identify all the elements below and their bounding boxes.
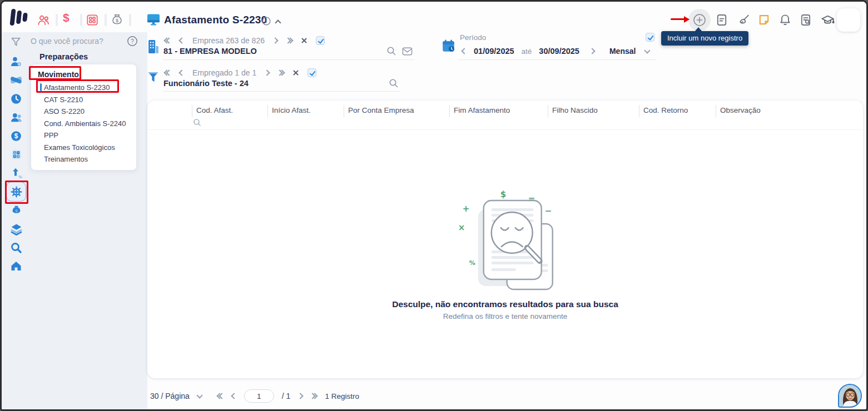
period-checkbox[interactable] (646, 33, 654, 42)
next-page-button[interactable] (297, 393, 304, 399)
next-employee-button[interactable] (264, 69, 270, 76)
rail-money-bag-icon[interactable]: $ (11, 201, 22, 220)
period-mode-select[interactable]: Mensal (609, 47, 636, 56)
broom-icon[interactable] (737, 13, 751, 29)
company-checkbox[interactable] (316, 36, 325, 45)
sidebar: ? (2, 32, 147, 411)
company-navigator: Empresa 263 de 826 (165, 36, 325, 45)
employee-checkbox[interactable] (307, 68, 316, 77)
sidebar-search-input[interactable] (31, 37, 117, 46)
topbar-separator (56, 14, 58, 26)
column-header[interactable]: Início Afast. (267, 105, 344, 117)
svg-text:%: % (18, 174, 22, 179)
svg-text:$: $ (500, 189, 506, 199)
period-until-label: até (522, 47, 532, 56)
sidebar-icon-rail: $ +− ×= % (7, 52, 26, 275)
file-text-icon[interactable] (715, 13, 728, 29)
prev-period-button[interactable] (461, 48, 467, 54)
help-icon[interactable]: ? (127, 36, 138, 49)
menu-item-ppp[interactable]: PPP (31, 129, 136, 141)
topbar (2, 2, 866, 32)
menu-item-treinamentos[interactable]: Treinamentos (31, 153, 136, 165)
svg-text:$: $ (14, 132, 18, 140)
period-end-date[interactable]: 30/09/2025 (539, 47, 579, 56)
rail-search-icon[interactable] (10, 238, 22, 257)
menu-item-exames-toxicologicos[interactable]: Exames Toxicológicos (31, 141, 136, 153)
avatar-photo (839, 385, 861, 407)
rail-user-gear-icon[interactable] (10, 52, 22, 71)
last-employee-button[interactable] (277, 71, 284, 75)
clear-employee-button[interactable] (292, 69, 299, 76)
rail-esocial-button[interactable] (6, 183, 26, 202)
rail-clock-icon[interactable] (10, 89, 22, 108)
company-name: 81 - EMPRESA MODELO (163, 47, 257, 56)
first-page-button[interactable] (217, 394, 224, 398)
app-logo[interactable] (9, 9, 28, 26)
bell-icon[interactable] (778, 13, 792, 29)
column-header[interactable]: Cod. Afast. (192, 105, 267, 117)
period-start-date[interactable]: 01/09/2025 (474, 47, 514, 56)
company-mail-icon[interactable] (402, 47, 413, 58)
rail-layers-icon[interactable] (10, 220, 23, 239)
column-header[interactable]: Filho Nascido (548, 105, 639, 117)
prev-company-button[interactable] (178, 37, 185, 43)
empty-state-title: Desculpe, não encontramos resultados par… (392, 299, 618, 309)
page-title: Afastamento S-2230 (164, 14, 267, 26)
menu-item-cond-ambientais-s2240[interactable]: Cond. Ambientais S-2240 (31, 117, 136, 129)
rail-handshake-icon[interactable] (9, 71, 23, 90)
column-filter-search-icon[interactable] (193, 118, 201, 129)
rail-coin-icon[interactable]: $ (10, 127, 22, 146)
column-header[interactable]: Por Conta Empresa (344, 105, 449, 117)
menu-item-aso-s2220[interactable]: ASO S-2220 (31, 105, 136, 117)
first-company-button[interactable] (165, 38, 171, 43)
column-header[interactable]: Fim Afastamento (449, 105, 548, 117)
page-size-chevron-down-icon[interactable] (196, 392, 202, 398)
last-page-button[interactable] (310, 394, 317, 398)
menu-item-cat-s2210[interactable]: CAT S-2210 (31, 93, 136, 106)
next-period-button[interactable] (589, 48, 595, 54)
logo-bar (9, 9, 16, 26)
filter-funnel-icon[interactable] (11, 37, 21, 49)
graduation-cap-icon[interactable] (821, 13, 835, 29)
period-label: Período (460, 33, 486, 42)
svg-text:+: + (463, 204, 470, 214)
topbar-separator (129, 14, 131, 26)
period-mode-chevron-down-icon[interactable] (644, 47, 651, 53)
prev-page-button[interactable] (231, 393, 237, 399)
module-finance-icon[interactable]: $ (63, 11, 70, 24)
clear-company-button[interactable] (301, 37, 307, 44)
profile-placeholder[interactable] (837, 8, 860, 32)
rail-home-icon[interactable] (10, 257, 22, 276)
page-size-select[interactable]: 30 / Página (150, 392, 190, 400)
employee-search-icon[interactable] (389, 78, 399, 91)
column-header[interactable]: Cod. Retorno (639, 105, 716, 117)
menu-item-label: PPP (44, 131, 58, 139)
svg-text:$: $ (15, 208, 18, 213)
prev-employee-button[interactable] (178, 69, 185, 76)
sticky-note-icon[interactable] (757, 13, 771, 29)
menu-item-label: Afastamento S-2230 (44, 83, 110, 92)
first-employee-button[interactable] (165, 71, 171, 75)
menu-item-afastamento-s2230[interactable]: Afastamento S-2230 (31, 81, 136, 93)
column-header[interactable]: Observação (716, 105, 857, 117)
menu-group-movimento[interactable]: Movimento (31, 68, 136, 81)
employee-funnel-icon (147, 71, 159, 87)
rail-employees-icon[interactable] (10, 108, 23, 127)
next-company-button[interactable] (272, 37, 278, 43)
esocial-gear-icon[interactable] (6, 182, 26, 202)
module-calculator-icon[interactable] (86, 13, 99, 29)
support-chat-avatar[interactable] (838, 384, 862, 408)
annotation-arrow-head (684, 16, 690, 23)
rail-raise-percent-icon[interactable]: % (10, 164, 22, 183)
company-counter: Empresa 263 de 826 (192, 36, 265, 45)
calendar-icon (442, 38, 456, 56)
file-search-icon[interactable] (799, 13, 812, 29)
current-page-input[interactable] (244, 389, 274, 403)
company-search-icon[interactable] (386, 46, 396, 58)
rail-calculator-icon[interactable]: +− ×= (11, 146, 22, 164)
info-icon[interactable] (262, 17, 271, 28)
module-hr-icon[interactable] (37, 13, 50, 29)
module-money-bag-icon[interactable]: $ (110, 13, 124, 29)
svg-text:×: × (458, 223, 465, 233)
last-company-button[interactable] (286, 38, 292, 43)
